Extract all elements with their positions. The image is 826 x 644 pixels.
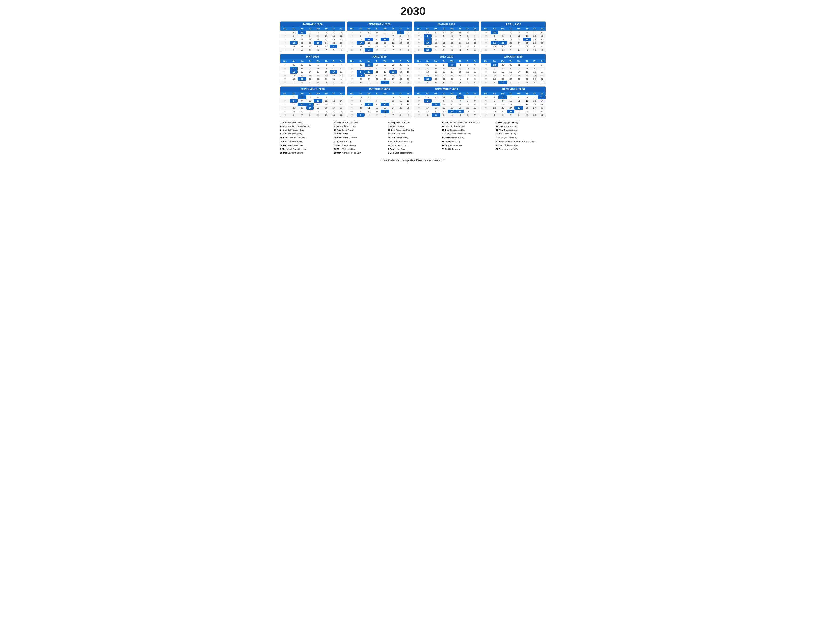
month-header: MAY 2030 — [280, 54, 345, 59]
col-header: We — [447, 92, 456, 96]
calendar-day: 26 — [498, 77, 507, 80]
calendar-day: 28 — [514, 77, 523, 80]
calendar-day: 22 — [397, 41, 404, 45]
calendar-day: 9 — [404, 113, 412, 117]
calendar-day: 18 — [337, 70, 345, 74]
week-number: 31 — [481, 63, 491, 67]
calendar-day: 31 — [507, 110, 514, 113]
calendar-day: 21 — [390, 41, 397, 45]
calendar-day: 1 — [514, 45, 523, 48]
calendar-day: 11 — [330, 113, 337, 117]
calendar-day: 1 — [397, 110, 404, 113]
week-number: 41 — [280, 113, 290, 117]
calendar-day: 22 — [306, 41, 314, 45]
calendar-day: 2 — [404, 110, 412, 113]
calendar-day: 20 — [507, 74, 514, 77]
calendar-day: 19 — [498, 74, 507, 77]
calendar-day: 29 — [491, 110, 498, 113]
col-header: We — [380, 27, 390, 31]
week-number: 25 — [347, 74, 357, 77]
calendar-day: 31 — [330, 77, 337, 80]
calendar-table: No.SuMoTuWeThFrSa40293012345416789101112… — [347, 92, 412, 117]
calendar-day: 17 — [514, 38, 523, 41]
calendar-day: 9 — [314, 34, 323, 38]
calendar-day: 6 — [380, 113, 390, 117]
calendar-day: 17 — [538, 70, 546, 74]
calendar-table: No.SuMoTuWeThFrSa31282930311233245678910… — [481, 59, 546, 84]
calendar-day: 6 — [357, 99, 365, 102]
calendar-day: 9 — [523, 113, 531, 117]
calendar-day: 27 — [290, 45, 298, 48]
calendar-day: 27 — [330, 106, 337, 110]
calendar-day: 8 — [498, 34, 507, 38]
calendar-day: 30 — [447, 96, 456, 99]
calendar-day: 15 — [373, 102, 380, 106]
calendar-day: 3 — [440, 113, 447, 117]
calendar-day: 22 — [314, 74, 323, 77]
calendar-day: 23 — [498, 106, 507, 110]
calendar-day: 30 — [424, 63, 432, 67]
calendar-day: 17 — [322, 38, 330, 41]
holiday-item: 22 Apr Earth Day — [334, 140, 384, 143]
calendar-day: 5 — [531, 31, 538, 34]
holiday-item: 21 Apr Easter — [334, 132, 384, 136]
calendar-day: 10 — [531, 113, 538, 117]
col-header: Th — [390, 92, 397, 96]
calendar-day: 26 — [440, 45, 447, 48]
holiday-item: 21 Jan Martin Luther King Day — [280, 124, 330, 128]
col-header: Sa — [337, 92, 345, 96]
calendar-day: 23 — [322, 74, 330, 77]
week-number: 22 — [347, 63, 357, 67]
calendar-day: 3 — [290, 48, 298, 52]
calendar-day: 12 — [531, 34, 538, 38]
calendar-day: 8 — [514, 113, 523, 117]
holiday-item: 2 Dec Cyber Monday — [496, 136, 546, 140]
week-number: 34 — [481, 74, 491, 77]
calendar-day: 6 — [298, 67, 306, 70]
calendar-day: 18 — [432, 41, 440, 45]
calendar-day: 31 — [456, 96, 464, 99]
week-number: 6 — [347, 34, 357, 38]
holiday-item: 11 Sep Patriot Day or September 11th — [442, 121, 492, 124]
calendar-day: 7 — [390, 113, 397, 117]
holiday-item: 3 Nov Daylight Saving — [496, 121, 546, 124]
calendar-day: 1 — [498, 31, 507, 34]
calendar-day: 29 — [464, 110, 471, 113]
calendar-day: 20 — [531, 102, 538, 106]
calendar-day: 28 — [424, 77, 432, 80]
calendar-day: 2 — [498, 96, 507, 99]
holiday-item: 1 Apr April Fool's Day — [334, 124, 384, 128]
calendar-day: 22 — [290, 106, 298, 110]
calendar-day: 18 — [314, 102, 323, 106]
calendar-day: 15 — [491, 102, 498, 106]
calendar-day: 6 — [447, 99, 456, 102]
calendar-day: 5 — [337, 110, 345, 113]
calendar-day: 8 — [373, 99, 380, 102]
col-header: No. — [280, 59, 290, 63]
calendar-day: 6 — [314, 48, 323, 52]
calendar-day: 2 — [322, 63, 330, 67]
calendar-day: 17 — [424, 106, 432, 110]
calendar-day: 18 — [432, 106, 440, 110]
holiday-item: 22 Apr Easter Monday — [334, 136, 384, 140]
calendar-day: 13 — [298, 70, 306, 74]
calendar-day: 11 — [330, 34, 337, 38]
calendar-day: 7 — [298, 34, 306, 38]
calendar-day: 12 — [404, 99, 412, 102]
week-number: 21 — [280, 74, 290, 77]
col-header: Mo — [365, 59, 373, 63]
calendar-day: 16 — [531, 70, 538, 74]
calendar-day: 28 — [456, 110, 464, 113]
calendar-day: 8 — [464, 99, 471, 102]
holiday-item: 5 May Cinco de Mayo — [334, 143, 384, 147]
col-header: Sa — [404, 59, 412, 63]
calendar-day: 4 — [514, 80, 523, 84]
calendar-day: 4 — [365, 113, 373, 117]
calendar-day: 12 — [337, 113, 345, 117]
col-header: Tu — [306, 59, 314, 63]
week-number: 45 — [347, 113, 357, 117]
week-number: 19 — [481, 48, 491, 52]
calendar-day: 2 — [290, 80, 298, 84]
week-number: 10 — [347, 48, 357, 52]
calendar-day: 11 — [397, 99, 404, 102]
